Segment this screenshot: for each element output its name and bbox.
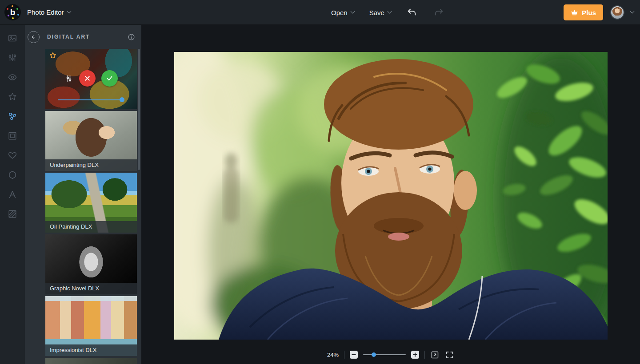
- chevron-down-icon: [387, 9, 392, 14]
- arrow-left-icon: [30, 34, 37, 40]
- filter-label: Graphic Novel DLX: [45, 283, 137, 294]
- slider-knob[interactable]: [372, 352, 376, 357]
- redo-button[interactable]: [433, 7, 444, 18]
- undo-button[interactable]: [406, 7, 418, 18]
- favorite-star-icon[interactable]: [49, 51, 57, 59]
- filter-thumb-oil-painting[interactable]: Oil Painting DLX: [45, 173, 137, 233]
- filter-thumb-active[interactable]: [45, 49, 137, 109]
- filter-settings-icon[interactable]: [64, 74, 73, 83]
- text-icon: [8, 190, 17, 199]
- filter-panel: DIGITAL ART: [25, 25, 141, 364]
- fullscreen-button[interactable]: [445, 350, 454, 360]
- sidebar-item-touch-up[interactable]: [8, 72, 17, 82]
- photo-icon: [8, 33, 17, 43]
- sidebar-item-overlays[interactable]: [8, 170, 17, 180]
- zoom-level: 24%: [327, 352, 339, 358]
- brand: b Photo Editor: [0, 4, 71, 20]
- plus-button[interactable]: Plus: [564, 4, 603, 20]
- info-icon: [128, 33, 135, 41]
- panel-scrollbar[interactable]: [138, 49, 140, 170]
- filter-amount-slider[interactable]: [58, 97, 124, 103]
- frame-icon: [8, 131, 17, 141]
- filter-label: Impressionist DLX: [45, 344, 137, 356]
- slider-track[interactable]: [58, 99, 124, 100]
- apply-filter-button[interactable]: [101, 70, 118, 87]
- filter-label: Underpainting DLX: [45, 159, 137, 171]
- zoom-toolbar: 24%: [327, 348, 454, 361]
- avatar: [610, 5, 624, 20]
- chevron-down-icon: [350, 9, 355, 14]
- account-menu[interactable]: [610, 5, 634, 20]
- canvas-image[interactable]: [174, 52, 608, 340]
- filter-thumb-underpainting[interactable]: Underpainting DLX: [45, 111, 137, 171]
- active-filter-overlay: [45, 49, 137, 109]
- eye-icon: [8, 72, 17, 82]
- sidebar-item-adjust[interactable]: [8, 53, 17, 63]
- panel-title: DIGITAL ART: [47, 34, 128, 40]
- open-menu[interactable]: Open: [331, 9, 354, 16]
- topbar: b Photo Editor Open Save: [0, 0, 640, 25]
- slider-knob[interactable]: [120, 97, 124, 102]
- app-title-menu[interactable]: Photo Editor: [27, 8, 71, 16]
- heart-icon: [8, 150, 17, 160]
- divider: [424, 351, 425, 359]
- zoom-slider[interactable]: [363, 352, 406, 357]
- check-icon: [106, 75, 113, 82]
- tool-rail: [0, 25, 25, 364]
- sidebar-item-textures[interactable]: [8, 209, 17, 219]
- sliders-icon: [8, 53, 17, 63]
- crown-icon: [571, 9, 578, 16]
- filter-thumb-graphic-novel[interactable]: Graphic Novel DLX: [45, 234, 137, 294]
- sidebar-item-text[interactable]: [8, 190, 17, 199]
- filter-list: Underpainting DLX Oil Painting DLX Graph…: [45, 49, 137, 364]
- hexagon-icon: [8, 170, 17, 180]
- logo-letter: b: [4, 4, 21, 20]
- cancel-filter-button[interactable]: [79, 70, 96, 87]
- fit-screen-icon: [430, 350, 440, 360]
- zoom-in-button[interactable]: [411, 351, 419, 359]
- star-icon: [8, 92, 17, 102]
- sidebar-item-edit[interactable]: [8, 33, 17, 43]
- close-icon: [84, 75, 91, 82]
- fullscreen-icon: [445, 350, 454, 360]
- sidebar-item-artsy[interactable]: [8, 111, 17, 121]
- filter-preview-image: [45, 358, 137, 364]
- undo-icon: [407, 8, 417, 17]
- filter-thumb-impressionist[interactable]: Impressionist DLX: [45, 296, 137, 356]
- sidebar-item-effects[interactable]: [8, 92, 17, 102]
- editor-canvas: 24%: [141, 25, 640, 364]
- zoom-out-button[interactable]: [350, 351, 358, 359]
- sidebar-item-graphics[interactable]: [8, 150, 17, 160]
- redo-icon: [434, 8, 444, 17]
- befunky-logo[interactable]: b: [4, 4, 21, 20]
- sidebar-item-frames[interactable]: [8, 131, 17, 141]
- molecule-icon: [8, 111, 17, 121]
- fit-to-screen-button[interactable]: [430, 350, 440, 360]
- save-menu[interactable]: Save: [369, 9, 391, 16]
- filter-controls: [45, 70, 137, 87]
- filter-thumb-next[interactable]: [45, 358, 137, 364]
- divider: [344, 351, 344, 359]
- minus-icon: [351, 352, 356, 357]
- back-button[interactable]: [28, 31, 40, 43]
- slider-track[interactable]: [363, 354, 406, 355]
- info-button[interactable]: [128, 33, 135, 41]
- chevron-down-icon: [630, 9, 635, 14]
- chevron-down-icon: [67, 9, 71, 13]
- texture-icon: [8, 209, 17, 219]
- app-title: Photo Editor: [27, 8, 64, 16]
- plus-icon: [412, 352, 418, 357]
- filter-label: Oil Painting DLX: [45, 221, 137, 233]
- panel-header: DIGITAL ART: [25, 25, 141, 49]
